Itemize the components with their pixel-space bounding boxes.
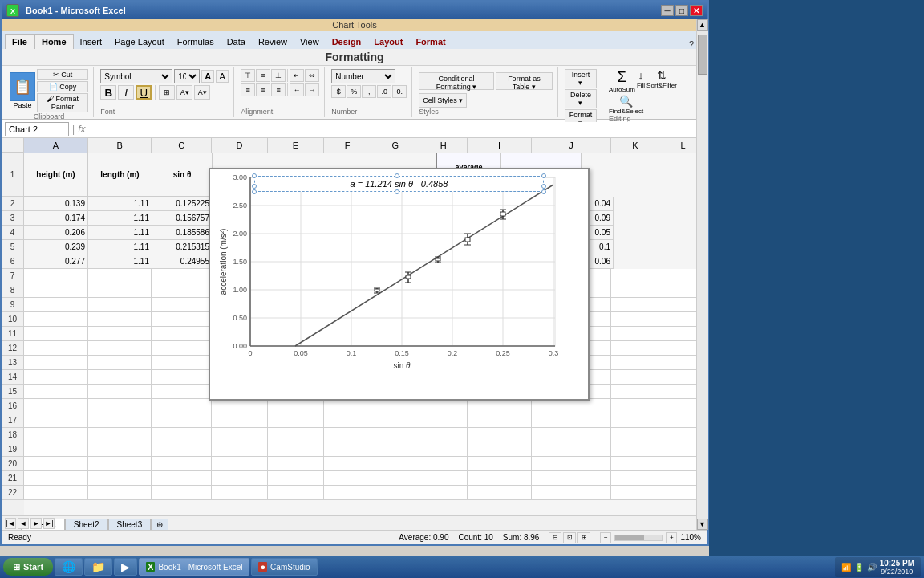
cell-a5[interactable]: 0.239 (24, 240, 88, 254)
cell-empty-22-4[interactable] (268, 486, 324, 500)
cell-empty-13-0[interactable] (24, 356, 88, 370)
cell-empty-17-1[interactable] (88, 413, 152, 428)
cell-empty-20-5[interactable] (324, 457, 372, 471)
cell-empty-16-6[interactable] (371, 399, 419, 413)
prev-sheet-button[interactable]: ◄ (18, 518, 29, 529)
cell-b6[interactable]: 1.11 (88, 254, 152, 269)
cell-b5[interactable]: 1.11 (88, 240, 152, 254)
first-sheet-button[interactable]: |◄ (5, 518, 16, 529)
cell-empty-11-0[interactable] (24, 327, 88, 341)
cell-empty-12-0[interactable] (24, 341, 88, 356)
fill-color-button[interactable]: A▾ (176, 85, 192, 100)
cell-empty-17-0[interactable] (24, 413, 88, 428)
cell-empty-15-1[interactable] (88, 385, 152, 399)
scroll-thumb[interactable] (698, 35, 707, 75)
cell-empty-18-8[interactable] (468, 428, 532, 442)
handle-s[interactable] (395, 189, 399, 194)
zoom-in-button[interactable]: + (666, 532, 677, 543)
col-header-c[interactable]: C (152, 138, 212, 153)
cell-empty-17-5[interactable] (324, 413, 372, 428)
cell-empty-14-2[interactable] (152, 370, 212, 385)
page-layout-view-button[interactable]: ⊡ (563, 532, 576, 543)
handle-n[interactable] (395, 173, 399, 178)
cell-empty-21-8[interactable] (468, 471, 532, 486)
cell-empty-18-0[interactable] (24, 428, 88, 442)
col-header-a[interactable]: A (24, 138, 88, 153)
cell-empty-17-4[interactable] (268, 413, 324, 428)
col-header-j[interactable]: J (532, 138, 612, 153)
cell-empty-11-10[interactable] (611, 327, 659, 341)
scroll-track[interactable] (697, 31, 708, 519)
cell-empty-17-8[interactable] (468, 413, 532, 428)
cell-c6[interactable]: 0.24955 (152, 254, 213, 269)
increase-decimal-button[interactable]: .0 (377, 85, 391, 98)
cell-empty-17-6[interactable] (371, 413, 419, 428)
handle-ne[interactable] (541, 173, 546, 178)
cell-empty-18-4[interactable] (268, 428, 324, 442)
align-center-button[interactable]: ≡ (256, 83, 270, 96)
page-break-view-button[interactable]: ⊞ (578, 532, 590, 543)
cell-empty-21-5[interactable] (324, 471, 372, 486)
cell-empty-13-1[interactable] (88, 356, 152, 370)
cell-empty-14-1[interactable] (88, 370, 152, 385)
cell-empty-11-2[interactable] (152, 327, 212, 341)
cell-empty-12-2[interactable] (152, 341, 212, 356)
cell-c2[interactable]: 0.125225 (152, 197, 213, 211)
insert-cells-button[interactable]: Insert ▾ (565, 69, 597, 88)
font-color-button[interactable]: A▾ (194, 85, 210, 100)
cell-empty-21-0[interactable] (24, 471, 88, 486)
cell-empty-21-1[interactable] (88, 471, 152, 486)
cell-empty-10-0[interactable] (24, 312, 88, 327)
tab-page-layout[interactable]: Page Layout (108, 35, 171, 49)
increase-indent-button[interactable]: → (305, 83, 319, 96)
cell-empty-19-2[interactable] (152, 442, 212, 457)
cell-empty-22-9[interactable] (532, 486, 612, 500)
cell-empty-18-7[interactable] (419, 428, 468, 442)
cell-empty-22-2[interactable] (152, 486, 212, 500)
cell-empty-21-6[interactable] (371, 471, 419, 486)
cell-a2[interactable]: 0.139 (24, 197, 88, 211)
cell-empty-16-3[interactable] (212, 399, 268, 413)
cell-empty-9-2[interactable] (152, 298, 212, 312)
cell-empty-11-1[interactable] (88, 327, 152, 341)
cell-empty-7-0[interactable] (24, 269, 88, 283)
tab-insert[interactable]: Insert (74, 35, 109, 49)
cell-empty-8-2[interactable] (152, 283, 212, 298)
cell-empty-21-9[interactable] (532, 471, 612, 486)
vertical-scrollbar[interactable]: ▲ ▼ (696, 19, 707, 530)
taskbar-item-excel[interactable]: X Book1 - Microsoft Excel (139, 558, 249, 576)
cell-empty-16-10[interactable] (611, 399, 659, 413)
cell-empty-17-2[interactable] (152, 413, 212, 428)
add-sheet-button[interactable]: ⊕ (151, 519, 168, 530)
help-button[interactable]: ? (689, 39, 694, 49)
handle-se[interactable] (541, 189, 546, 194)
cell-b2[interactable]: 1.11 (88, 197, 152, 211)
cell-empty-17-3[interactable] (212, 413, 268, 428)
paste-button[interactable]: 📋 Paste (10, 72, 35, 109)
cell-empty-9-10[interactable] (611, 298, 659, 312)
col-header-e[interactable]: E (268, 138, 324, 153)
align-top-button[interactable]: ⊤ (241, 69, 255, 82)
align-right-button[interactable]: ≡ (271, 83, 286, 96)
borders-button[interactable]: ⊞ (159, 85, 175, 100)
tab-data[interactable]: Data (221, 35, 252, 49)
formula-input[interactable] (88, 122, 704, 136)
cell-empty-10-10[interactable] (611, 312, 659, 327)
tab-formulas[interactable]: Formulas (171, 35, 221, 49)
cell-empty-16-8[interactable] (468, 399, 532, 413)
handle-w[interactable] (252, 184, 257, 189)
align-middle-button[interactable]: ≡ (256, 69, 270, 82)
handle-sw[interactable] (252, 189, 257, 194)
col-header-g[interactable]: G (371, 138, 419, 153)
tab-file[interactable]: File (5, 34, 34, 49)
cell-empty-22-0[interactable] (24, 486, 88, 500)
cell-empty-8-1[interactable] (88, 283, 152, 298)
cell-empty-20-2[interactable] (152, 457, 212, 471)
wrap-text-button[interactable]: ↵ (290, 69, 304, 82)
cell-empty-22-5[interactable] (324, 486, 372, 500)
start-button[interactable]: ⊞Start (3, 558, 53, 576)
align-left-button[interactable]: ≡ (241, 83, 255, 96)
cell-empty-19-4[interactable] (268, 442, 324, 457)
comma-button[interactable]: , (362, 85, 376, 98)
cell-empty-21-10[interactable] (611, 471, 659, 486)
